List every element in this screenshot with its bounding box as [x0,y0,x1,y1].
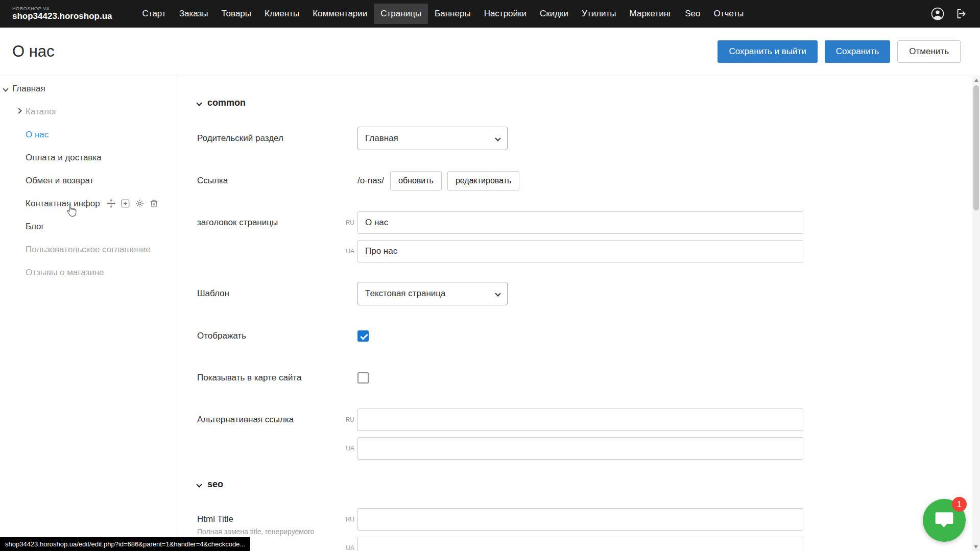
nav-utilities[interactable]: Утилиты [575,4,623,24]
settings-icon[interactable] [135,199,145,208]
move-icon[interactable] [106,199,116,208]
tree-item-actions [106,199,159,208]
scrollbar[interactable] [972,76,980,551]
brand-domain: shop34423.horoshop.ua [12,12,112,21]
template-select[interactable]: Текстовая страница [357,282,508,305]
parent-section-select[interactable]: Главная [357,127,508,150]
pages-tree-sidebar: Главная Каталог О нас Оплата и доставка … [0,76,179,551]
nav-settings[interactable]: Настройки [477,4,533,24]
field-label: Показывать в карте сайта [197,373,340,383]
edit-link-button[interactable]: редактировать [447,171,519,190]
page-edit-form: common Родительский раздел Главная Ссылк… [179,76,980,551]
field-label: заголовок страницы [197,211,340,228]
field-html-title: Html Title Полная замена title, генериру… [197,508,980,551]
field-alt-link: Альтернативная ссылка RU UA [197,409,980,460]
sidebar-item-exchange-return[interactable]: Обмен и возврат [0,169,179,192]
sidebar-item-label: Главная [12,84,45,94]
sidebar-item-catalog[interactable]: Каталог [0,100,179,123]
add-page-icon[interactable] [121,199,130,208]
html-title-ru-input[interactable] [357,508,803,531]
refresh-link-button[interactable]: обновить [390,171,442,190]
nav-marketing[interactable]: Маркетинг [623,4,679,24]
save-exit-button[interactable]: Сохранить и выйти [718,40,817,63]
sidebar-item-label: Оплата и доставка [26,153,102,163]
selected-value: Текстовая страница [365,289,446,299]
chevron-down-icon [495,291,500,296]
brand[interactable]: HOROSHOP V4 shop34423.horoshop.ua [12,7,112,21]
notification-badge: 1 [952,497,967,512]
sidebar-item-label: Каталог [26,107,57,117]
nav-products[interactable]: Товары [215,4,258,24]
scrollbar-thumb[interactable] [973,85,979,210]
nav-orders[interactable]: Заказы [173,4,215,24]
sidebar-item-label: Отзывы о магазине [26,268,104,278]
page-title: О нас [12,42,55,61]
nav-start[interactable]: Старт [136,4,173,24]
nav-reports[interactable]: Отчеты [707,4,750,24]
field-label: Шаблон [197,289,340,299]
field-label: Отображать [197,331,340,341]
topbar-icons [931,7,968,20]
sidebar-item-store-reviews[interactable]: Отзывы о магазине [0,261,179,284]
header-actions: Сохранить и выйти Сохранить Отменить [718,40,961,63]
link-preview-statusbar: shop34423.horoshop.ua/edit/edit.php?id=6… [0,537,250,551]
sitemap-checkbox[interactable] [357,372,369,384]
nav-seo[interactable]: Seo [678,4,707,24]
page-title-ru-input[interactable] [357,211,803,234]
nav-pages[interactable]: Страницы [374,4,428,24]
selected-value: Главная [365,133,398,143]
field-page-title: заголовок страницы RU UA [197,211,980,262]
logout-icon[interactable] [955,8,968,20]
sidebar-item-about[interactable]: О нас [0,123,179,146]
nav-discounts[interactable]: Скидки [533,4,575,24]
field-display: Отображать [197,325,980,347]
sidebar-item-home[interactable]: Главная [0,77,179,100]
chat-bubble-icon [934,509,955,532]
scroll-down-arrow[interactable] [974,545,978,548]
lang-tag-ua: UA [340,248,357,255]
lang-tag-ua: UA [340,544,357,551]
delete-icon[interactable] [149,199,159,208]
display-checkbox[interactable] [357,330,369,342]
alt-link-ru-input[interactable] [357,409,803,431]
field-hint: Полная замена title, генерируемого [197,528,340,536]
sidebar-item-user-agreement[interactable]: Пользовательское соглашение [0,238,179,261]
field-template: Шаблон Текстовая страница [197,282,980,305]
save-button[interactable]: Сохранить [825,40,890,63]
section-seo[interactable]: seo [197,479,980,490]
sidebar-item-blog[interactable]: Блог [0,215,179,238]
lang-tag-ru: RU [340,219,357,226]
field-label: Альтернативная ссылка [197,409,340,425]
sidebar-item-label: Контактная инфор [26,199,100,209]
nav-banners[interactable]: Баннеры [428,4,477,24]
alt-link-ua-input[interactable] [357,437,803,460]
sidebar-item-label: Пользовательское соглашение [26,245,151,255]
field-link: Ссылка /o-nas/ обновить редактировать [197,170,980,192]
lang-tag-ru: RU [340,516,357,523]
section-common[interactable]: common [197,98,980,108]
nav-comments[interactable]: Комментарии [306,4,374,24]
field-sitemap: Показывать в карте сайта [197,367,980,389]
field-parent-section: Родительский раздел Главная [197,127,980,150]
html-title-ua-input[interactable] [357,537,803,551]
sidebar-item-contact-info[interactable]: Контактная инфор [0,192,179,215]
field-label: Html Title [197,514,340,524]
chevron-down-icon [196,100,202,106]
chat-launcher-button[interactable]: 1 [923,499,966,542]
page: HOROSHOP V4 shop34423.horoshop.ua Старт … [0,0,980,551]
field-label: Родительский раздел [197,133,340,143]
nav-clients[interactable]: Клиенты [258,4,306,24]
scroll-up-arrow[interactable] [974,79,978,82]
page-title-ua-input[interactable] [357,240,803,262]
lang-tag-ru: RU [340,416,357,423]
chevron-down-icon [495,135,500,141]
sidebar-item-label: Блог [26,222,44,232]
sidebar-item-payment-delivery[interactable]: Оплата и доставка [0,146,179,169]
lang-tag-ua: UA [340,445,357,452]
account-icon[interactable] [931,7,944,20]
chevron-right-icon[interactable] [16,108,21,113]
link-path: /o-nas/ [357,176,384,186]
cancel-button[interactable]: Отменить [897,40,961,63]
section-common-label: common [207,98,246,108]
chevron-down-icon[interactable] [3,86,8,91]
